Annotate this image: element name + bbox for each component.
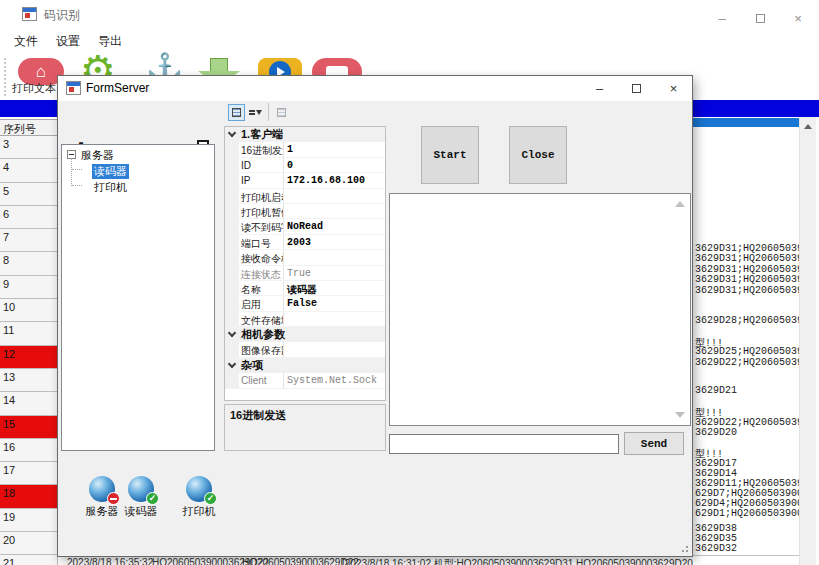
property-grid[interactable]: 1.客户端16进制发送1ID0IP172.16.68.100打印机启动打印机暂停… [224, 126, 386, 401]
propgrid-row[interactable]: ID0 [225, 158, 385, 173]
propgrid-row[interactable]: 打印机暂停 [225, 204, 385, 219]
main-minimize-button[interactable]: – [706, 8, 738, 28]
vertical-scrollbar[interactable] [799, 117, 816, 565]
log-line: 629D1;HQ20605039000362 [695, 508, 799, 519]
scroll-up-icon[interactable] [804, 124, 812, 129]
log-line: 3629D25;HQ2060503900036 [695, 346, 799, 357]
table-row[interactable]: 4 [0, 159, 58, 182]
tree-item-server[interactable]: 服务器 [81, 148, 114, 163]
property-value[interactable] [284, 250, 385, 264]
log-line: 3629D31;HQ2060503900036 [695, 274, 799, 285]
table-row[interactable]: 14 [0, 392, 58, 415]
scroll-down-icon[interactable] [675, 412, 685, 418]
dialog-titlebar[interactable]: FormServer – × [58, 76, 692, 101]
main-close-button[interactable]: × [782, 8, 814, 28]
propgrid-row[interactable]: 端口号2003 [225, 235, 385, 250]
property-value[interactable]: 0 [284, 158, 385, 172]
property-name: 端口号 [238, 235, 284, 249]
device-tree[interactable]: 服务器 读码器 打印机 [61, 144, 215, 451]
property-name: 打印机暂停 [238, 204, 284, 218]
table-row[interactable]: 8 [0, 252, 58, 275]
send-button[interactable]: Send [624, 432, 684, 455]
property-value[interactable] [284, 204, 385, 218]
property-name: IP [238, 173, 284, 187]
table-row[interactable]: 17 [0, 462, 58, 485]
propgrid-row[interactable]: 打印机启动 [225, 189, 385, 204]
close-button[interactable]: Close [509, 126, 567, 184]
serial-table: 3456789101112131415161718192021 [0, 136, 58, 565]
property-value[interactable]: 2003 [284, 235, 385, 249]
table-row[interactable]: 6 [0, 206, 58, 229]
property-value[interactable] [284, 342, 385, 356]
property-value[interactable]: True [284, 266, 385, 280]
menu-item-export[interactable]: 导出 [98, 33, 122, 50]
propgrid-row[interactable]: 连接状态True [225, 266, 385, 281]
sort-alphabetical-icon[interactable] [247, 104, 264, 121]
menu-item-file[interactable]: 文件 [14, 33, 38, 50]
property-value[interactable]: 读码器 [284, 281, 385, 295]
menu-item-settings[interactable]: 设置 [56, 33, 80, 50]
property-value[interactable]: False [284, 296, 385, 310]
table-row[interactable]: 11 [0, 322, 58, 345]
propgrid-category[interactable]: 相机参数 [225, 327, 385, 342]
propgrid-row[interactable]: 名称读码器 [225, 281, 385, 296]
resize-grip-icon[interactable] [686, 550, 688, 552]
log-line: 3629D21 [695, 385, 737, 396]
propgrid-gutter [225, 373, 238, 387]
propgrid-row[interactable]: 接收命令格 [225, 250, 385, 265]
propgrid-category[interactable]: 1.客户端 [225, 127, 385, 142]
table-row[interactable]: 18 [0, 485, 58, 508]
dialog-maximize-button[interactable] [618, 78, 655, 99]
property-value[interactable]: NoRead [284, 219, 385, 233]
reader-status-icon[interactable]: ✓ [128, 476, 154, 502]
dialog-close-button[interactable]: × [655, 78, 692, 99]
propgrid-row[interactable]: 读不到码字NoRead [225, 219, 385, 234]
chevron-down-icon[interactable] [228, 129, 236, 137]
propgrid-gutter [225, 142, 238, 156]
tree-item-reader[interactable]: 读码器 [92, 164, 129, 179]
server-status-icon[interactable] [89, 476, 115, 502]
maximize-icon [756, 14, 765, 23]
main-window-title: 码识别 [44, 7, 80, 24]
main-maximize-button[interactable] [744, 8, 776, 28]
property-value[interactable]: System.Net.Sock [284, 373, 385, 387]
table-row[interactable]: 5 [0, 183, 58, 206]
table-row[interactable]: 13 [0, 369, 58, 392]
propgrid-row[interactable]: IP172.16.68.100 [225, 173, 385, 188]
categorized-icon[interactable] [228, 104, 245, 121]
bottom-row-cell: [2023/8/18 16:31:02 机型:HQ206050390003629… [342, 557, 693, 565]
propgrid-row[interactable]: ClientSystem.Net.Sock [225, 373, 385, 388]
chevron-down-icon[interactable] [228, 329, 236, 337]
propgrid-category[interactable]: 杂项 [225, 358, 385, 373]
chevron-down-icon[interactable] [228, 360, 236, 368]
output-textarea[interactable] [389, 193, 691, 426]
scroll-up-icon[interactable] [675, 201, 685, 207]
property-value[interactable]: 172.16.68.100 [284, 173, 385, 187]
propgrid-row[interactable]: 启用False [225, 296, 385, 311]
propgrid-row[interactable]: 图像保存路 [225, 342, 385, 357]
start-button[interactable]: Start [421, 126, 479, 184]
property-value[interactable]: 1 [284, 142, 385, 156]
main-titlebar: 码识别 – × [0, 0, 819, 28]
tree-item-printer[interactable]: 打印机 [94, 180, 127, 195]
table-row[interactable]: 10 [0, 299, 58, 322]
table-row[interactable]: 3 [0, 136, 58, 159]
table-row[interactable]: 19 [0, 509, 58, 532]
property-value[interactable] [284, 312, 385, 326]
propgrid-row[interactable]: 文件存储地 [225, 312, 385, 327]
table-row[interactable]: 7 [0, 229, 58, 252]
table-row[interactable]: 15 [0, 416, 58, 439]
propgrid-gutter [225, 266, 238, 280]
dialog-minimize-button[interactable]: – [581, 78, 618, 99]
table-row[interactable]: 20 [0, 532, 58, 555]
property-value[interactable] [284, 189, 385, 203]
table-row[interactable]: 9 [0, 276, 58, 299]
printer-status-icon[interactable]: ✓ [186, 476, 212, 502]
table-row[interactable]: 21 [0, 555, 58, 565]
message-input[interactable] [389, 434, 619, 454]
property-name: 文件存储地 [238, 312, 284, 326]
house-glyph: ⌂ [36, 63, 46, 80]
table-row[interactable]: 12 [0, 346, 58, 369]
propgrid-row[interactable]: 16进制发送1 [225, 142, 385, 157]
table-row[interactable]: 16 [0, 439, 58, 462]
